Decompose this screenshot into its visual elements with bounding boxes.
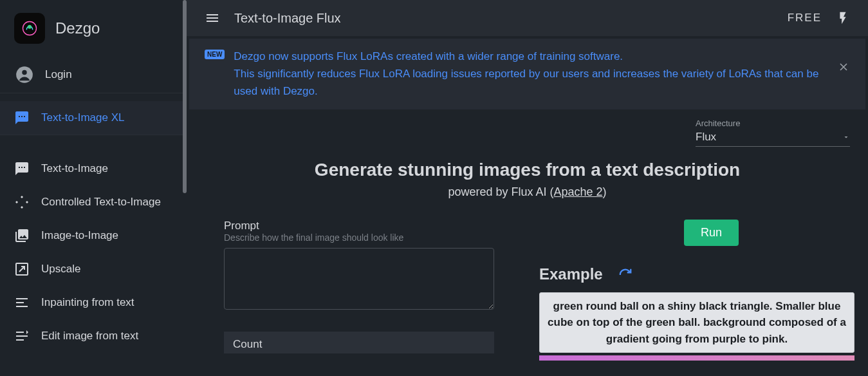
hero-title: Generate stunning images from a text des…: [205, 160, 850, 180]
person-icon: [15, 66, 33, 84]
bolt-icon[interactable]: [836, 11, 850, 25]
nav-text-to-image-xl[interactable]: Text-to-Image XL: [0, 101, 187, 135]
nav-inpainting-from-text[interactable]: Inpainting from text: [0, 286, 187, 319]
main: Text-to-Image Flux FREE NEW Dezgo now su…: [187, 0, 868, 376]
run-button[interactable]: Run: [684, 220, 739, 246]
inpaint-icon: [14, 295, 30, 310]
page-title: Text-to-Image Flux: [234, 11, 773, 26]
login-button[interactable]: Login: [0, 57, 187, 93]
logo-row[interactable]: Dezgo: [0, 0, 187, 57]
topbar: Text-to-Image Flux FREE: [187, 0, 868, 36]
logo-icon: [14, 13, 45, 44]
banner-text: Dezgo now supports Flux LoRAs created wi…: [234, 48, 828, 100]
chevron-down-icon: [842, 133, 850, 141]
hamburger-icon[interactable]: [205, 10, 220, 26]
example-title: Example: [539, 265, 603, 283]
nav-label: Edit image from text: [41, 330, 138, 343]
svg-point-3: [22, 70, 26, 75]
count-block: Count: [224, 332, 494, 353]
login-label: Login: [45, 68, 72, 81]
free-label: FREE: [788, 12, 822, 24]
announcement-banner: NEW Dezgo now supports Flux LoRAs create…: [189, 39, 865, 109]
app-name: Dezgo: [55, 19, 100, 37]
image-icon: [14, 228, 30, 243]
upscale-icon: [14, 261, 30, 277]
new-badge: NEW: [205, 50, 225, 59]
nav-label: Image-to-Image: [41, 229, 118, 242]
example-text[interactable]: green round ball on a shiny black triang…: [539, 292, 854, 353]
count-label: Count: [233, 338, 485, 351]
banner-line2: This significantly reduces Flux LoRA loa…: [234, 68, 818, 97]
nav-section: Text-to-Image XL Text-to-Image Controlle…: [0, 93, 187, 361]
prompt-hint: Describe how the final image should look…: [224, 232, 513, 243]
svg-point-1: [28, 25, 32, 29]
nav-label: Inpainting from text: [41, 296, 134, 309]
sidebar: Dezgo Login Text-to-Image XL Text-to-Ima…: [0, 0, 187, 376]
hero-subtitle: powered by Flux AI (Apache 2): [205, 185, 850, 199]
banner-line1: Dezgo now supports Flux LoRAs created wi…: [234, 50, 623, 62]
control-icon: [14, 194, 30, 210]
nav-controlled-text-to-image[interactable]: Controlled Text-to-Image: [0, 185, 187, 219]
apache-link[interactable]: Apache 2: [554, 185, 603, 198]
architecture-label: Architecture: [696, 118, 850, 128]
scrollbar[interactable]: [183, 0, 187, 193]
content: Architecture Flux Generate stunning imag…: [187, 112, 868, 376]
nav-upscale[interactable]: Upscale: [0, 252, 187, 286]
nav-text-to-image[interactable]: Text-to-Image: [0, 152, 187, 185]
hero-sub-prefix: powered by Flux AI (: [448, 185, 553, 198]
nav-label: Controlled Text-to-Image: [41, 196, 161, 209]
sms-icon: [14, 161, 30, 176]
refresh-icon[interactable]: [618, 267, 633, 281]
prompt-textarea[interactable]: [224, 248, 494, 310]
hero-sub-suffix: ): [603, 185, 607, 198]
edit-icon: [14, 328, 30, 344]
close-icon[interactable]: [837, 61, 850, 73]
prompt-label: Prompt: [224, 220, 513, 232]
example-preview: [539, 355, 854, 361]
architecture-select[interactable]: Architecture Flux: [696, 118, 850, 147]
architecture-value: Flux: [696, 131, 716, 144]
nav-edit-image-from-text[interactable]: Edit image from text: [0, 319, 187, 353]
nav-image-to-image[interactable]: Image-to-Image: [0, 219, 187, 252]
sms-icon: [14, 110, 30, 126]
nav-label: Text-to-Image: [41, 162, 108, 175]
nav-label: Text-to-Image XL: [41, 111, 124, 124]
nav-label: Upscale: [41, 263, 80, 276]
